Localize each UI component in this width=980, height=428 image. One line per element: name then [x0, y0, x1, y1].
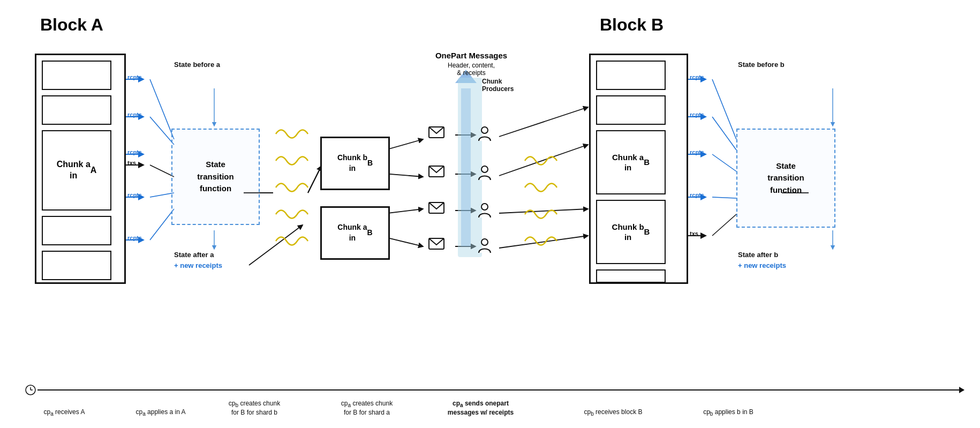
svg-line-19 [499, 209, 588, 213]
block-a-row4 [42, 216, 111, 245]
chunk-producers-label: ChunkProducers [482, 78, 514, 93]
svg-line-33 [150, 193, 174, 197]
svg-line-36 [712, 79, 736, 139]
block-b-rcpts3: rcpts [690, 149, 704, 155]
svg-line-37 [712, 117, 736, 150]
block-b-rcpts2: rcpts [690, 111, 704, 118]
chunk-a-in-B-box: Chunk ain B [320, 206, 390, 260]
block-a-rcpts4: rcpts [127, 192, 142, 198]
svg-line-35 [150, 165, 174, 177]
svg-line-20 [499, 236, 588, 248]
person-4 [478, 238, 492, 254]
svg-point-50 [481, 204, 488, 210]
svg-line-8 [249, 225, 303, 265]
envelope-2 [428, 166, 444, 177]
svg-line-31 [150, 79, 174, 139]
block-b-box: Chunk ain B Chunk bin B [589, 54, 688, 284]
chunk-b-in-B-box: Chunk bin B [320, 137, 390, 190]
state-box-b: Statetransitionfunction [736, 129, 835, 228]
block-a-rcpts3: rcpts [127, 149, 142, 155]
svg-point-49 [481, 166, 488, 172]
svg-line-38 [712, 154, 736, 171]
svg-line-30 [308, 166, 321, 193]
envelope-4 [428, 238, 444, 250]
state-box-a: Statetransitionfunction [171, 129, 260, 225]
block-a-row2 [42, 95, 111, 125]
svg-line-28 [308, 166, 321, 193]
timeline-label-1: cpa receives A [37, 408, 91, 417]
onepart-title: OnePart Messages [423, 51, 519, 60]
timeline-label-3: cpb creates chunkfor B for shard b [220, 400, 289, 417]
block-a-title: Block A [40, 15, 103, 35]
diagram: Block A Chunk ain A rcpts rcpts rcpts rc… [0, 0, 980, 428]
block-a-chunk-main: Chunk ain A [42, 130, 111, 211]
svg-point-48 [481, 127, 488, 133]
block-b-row5 [596, 269, 666, 283]
timeline-label-7: cpb applies b in B [696, 408, 760, 417]
block-a-row1 [42, 61, 111, 90]
timeline: cpa receives A cpa applies a in A cpb cr… [16, 380, 964, 401]
state-after-b-label: State after b [738, 251, 778, 259]
person-1 [478, 126, 492, 142]
clock-icon [25, 384, 36, 396]
person-3 [478, 202, 492, 219]
svg-point-51 [481, 239, 488, 245]
block-a-box: Chunk ain A [35, 54, 126, 284]
svg-line-39 [712, 197, 736, 198]
block-b-rcpts4: rcpts [690, 192, 704, 198]
block-b-rcpts1: rcpts [690, 74, 704, 80]
envelope-1 [428, 126, 444, 138]
block-a-rcpts2: rcpts [127, 111, 142, 118]
svg-line-34 [150, 209, 174, 240]
svg-line-17 [499, 107, 588, 137]
block-a-rcpts1: rcpts [127, 74, 142, 80]
block-b-row2 [596, 95, 666, 125]
state-before-b-label: State before b [738, 61, 785, 69]
svg-line-40 [712, 214, 736, 236]
svg-line-32 [150, 117, 174, 145]
onepart-messages-label: OnePart Messages Header, content,& recei… [423, 51, 519, 77]
timeline-label-5: cpa sends onepartmessages w/ receipts [439, 400, 522, 417]
state-after-a-receipts: + new receipts [174, 261, 222, 269]
state-fn-a-text: Statetransitionfunction [197, 159, 233, 195]
state-fn-b-text: Statetransitionfunction [767, 160, 804, 197]
timeline-label-2: cpa applies a in A [129, 408, 193, 417]
envelope-3 [428, 202, 444, 214]
state-after-b-receipts: + new receipts [738, 261, 786, 269]
block-b-chunk-a: Chunk ain B [596, 130, 666, 194]
timeline-label-6: cpb receives block B [578, 408, 648, 417]
block-b-title: Block B [600, 15, 664, 35]
timeline-label-4: cpa creates chunkfor B for shard a [332, 400, 402, 417]
block-a-txs: txs [127, 160, 136, 166]
block-a-rcpts5: rcpts [127, 235, 142, 241]
state-after-a-label: State after a [174, 251, 214, 259]
block-a-row5 [42, 251, 111, 280]
block-b-row1 [596, 61, 666, 90]
state-before-a-label: State before a [174, 61, 220, 69]
person-2 [478, 165, 492, 181]
block-b-txs: txs [690, 230, 698, 237]
timeline-arrow [37, 389, 964, 391]
onepart-sub: Header, content,& receipts [423, 62, 519, 77]
block-b-chunk-b: Chunk bin B [596, 200, 666, 264]
svg-line-18 [499, 145, 588, 176]
